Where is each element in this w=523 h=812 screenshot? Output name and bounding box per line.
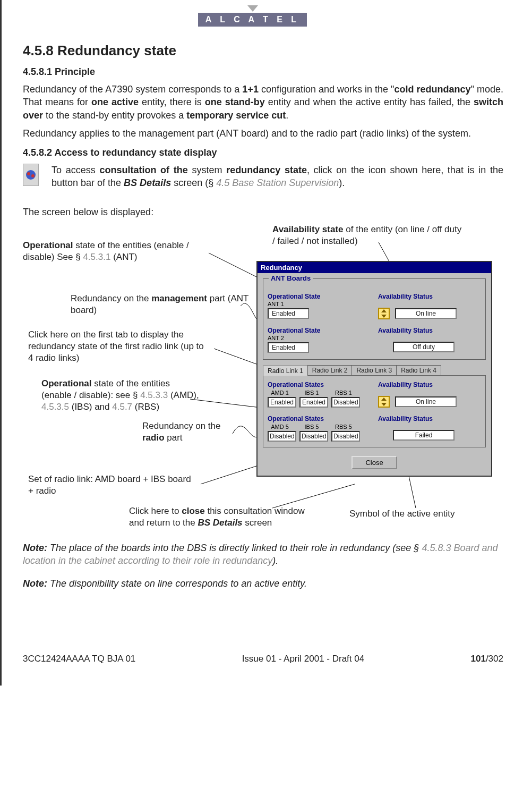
page-footer: 3CC12424AAAA TQ BJA 01 Issue 01 - April … xyxy=(23,654,503,664)
callout-availability: Availability state of the entity (on lin… xyxy=(272,224,464,247)
redundancy-window: Redundancy ANT Boards Operational State … xyxy=(256,261,492,477)
rbs5-field: Disabled xyxy=(331,431,360,442)
footer-issue: Issue 01 - April 2001 - Draft 04 xyxy=(242,654,365,664)
brand-name: A L C A T E L xyxy=(198,13,307,27)
ant1-state-field: Enabled xyxy=(268,308,309,319)
svg-point-0 xyxy=(26,170,36,180)
active-entity-icon xyxy=(378,308,390,319)
heading-4-5-8: 4.5.8 Redundancy state xyxy=(23,43,503,59)
op-state-label-1: Operational State xyxy=(268,293,371,300)
tab-radiolink-4[interactable]: Radio Link 4 xyxy=(396,365,441,375)
principle-paragraph-1: Redundancy of the A7390 system correspon… xyxy=(23,83,503,122)
heading-4-5-8-2: 4.5.8.2 Access to redundancy state displ… xyxy=(23,147,503,158)
ant2-label: ANT 2 xyxy=(268,335,371,341)
svg-point-1 xyxy=(27,172,30,175)
avail-label-b: Availability Status xyxy=(378,415,481,422)
ant1-avail-field: On line xyxy=(395,308,457,319)
row2-avail-field: Failed xyxy=(393,430,455,441)
row1-avail-field: On line xyxy=(395,396,457,407)
callout-active-symbol: Symbol of the active entity xyxy=(349,508,455,520)
note-1: Note: The place of the boards into the D… xyxy=(23,542,503,568)
close-button[interactable]: Close xyxy=(351,456,397,469)
redundancy-toolbar-icon[interactable] xyxy=(23,164,39,186)
footer-page: 101/302 xyxy=(471,654,503,664)
avail-label-1: Availability Status xyxy=(378,293,481,300)
access-instruction-row: To access consultation of the system red… xyxy=(23,164,503,190)
note-2: Note: The disponibility state on line co… xyxy=(23,577,503,590)
brand-triangle-icon xyxy=(247,5,258,12)
amd5-field: Disabled xyxy=(268,431,296,442)
amd1-field: Enabled xyxy=(268,397,296,408)
ant-boards-group: ANT Boards Operational State ANT 1 Enabl… xyxy=(263,278,486,360)
tab-radiolink-2[interactable]: Radio Link 2 xyxy=(307,365,353,375)
radiolink-pane: Operational States AMD 1Enabled IBS 1Ena… xyxy=(263,375,486,447)
ibs1-field: Enabled xyxy=(299,397,328,408)
active-entity-icon xyxy=(378,396,390,408)
tab-radiolink-1[interactable]: Radio Link 1 xyxy=(263,366,308,376)
callout-radio-redundancy: Redundancy on the radio part xyxy=(142,420,233,444)
brand-header: A L C A T E L xyxy=(2,5,503,27)
op-states-label-b: Operational States xyxy=(268,415,371,422)
op-states-label-a: Operational States xyxy=(268,381,371,388)
ant1-label: ANT 1 xyxy=(268,301,371,307)
callout-close: Click here to close this consultation wi… xyxy=(129,505,320,529)
heading-4-5-8-1: 4.5.8.1 Principle xyxy=(23,66,503,78)
ant2-state-field: Enabled xyxy=(268,342,309,353)
principle-paragraph-2: Redundancy applies to the management par… xyxy=(23,127,503,140)
footer-docref: 3CC12424AAAA TQ BJA 01 xyxy=(23,654,135,664)
ant-boards-title: ANT Boards xyxy=(269,274,313,282)
avail-label-2: Availability Status xyxy=(378,327,481,334)
callout-first-tab: Click here on the first tab to display t… xyxy=(28,329,209,364)
ant2-avail-field: Off duty xyxy=(393,342,455,352)
callout-operational-ant: Operational state of the entities (enabl… xyxy=(23,240,214,263)
tab-radiolink-3[interactable]: Radio Link 3 xyxy=(351,365,397,375)
access-instruction-text: To access consultation of the system red… xyxy=(52,164,503,190)
ibs5-field: Disabled xyxy=(299,431,328,442)
svg-point-2 xyxy=(31,174,35,177)
callout-set-radiolink: Set of radio link: AMD board + IBS board… xyxy=(28,473,198,497)
svg-line-8 xyxy=(272,484,355,508)
annotated-screenshot: Availability state of the entity (on lin… xyxy=(23,224,501,532)
radiolink-tabs: Radio Link 1 Radio Link 2 Radio Link 3 R… xyxy=(263,365,486,375)
screen-intro: The screen below is displayed: xyxy=(23,206,503,218)
callout-operational-radio: Operational state of the entities (enabl… xyxy=(41,378,201,413)
rbs1-field: Disabled xyxy=(331,397,360,408)
avail-label-a: Availability Status xyxy=(378,381,481,388)
callout-mgmt-redundancy: Redundancy on the management part (ANT b… xyxy=(71,293,262,316)
window-title: Redundancy xyxy=(258,262,491,273)
op-state-label-2: Operational State xyxy=(268,327,371,334)
